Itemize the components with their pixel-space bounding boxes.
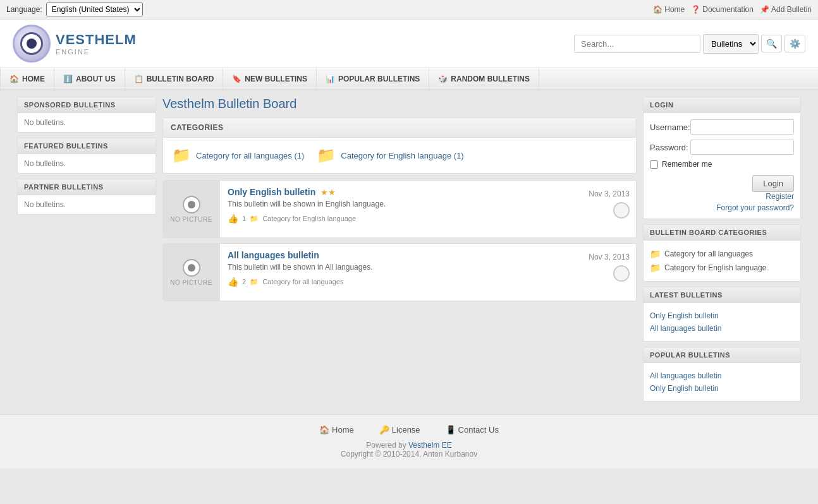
logo-text: VESTHELM ENGINE bbox=[56, 32, 137, 56]
remember-checkbox[interactable] bbox=[650, 160, 658, 169]
search-button[interactable]: 🔍 bbox=[761, 35, 782, 52]
latest-box: LATEST BULLETINS Only English bulletin A… bbox=[643, 287, 801, 342]
popular-title: POPULAR BULLETINS bbox=[644, 347, 800, 363]
password-row: Password: bbox=[650, 140, 794, 155]
bb-cat-folder-1: 📁 bbox=[650, 249, 661, 259]
header: VESTHELM ENGINE Bulletins 🔍 ⚙️ bbox=[0, 20, 818, 68]
nav-random-bulletins[interactable]: 🎲 RANDOM BULLETINS bbox=[429, 68, 539, 90]
login-button[interactable]: Login bbox=[752, 175, 794, 192]
bb-cat-folder-2: 📁 bbox=[650, 263, 661, 273]
no-picture-label-2: NO PICTURE bbox=[170, 279, 212, 286]
center-content: Vesthelm Bulletin Board CATEGORIES 📁 Cat… bbox=[162, 97, 637, 402]
categories-grid: 📁 Category for all languages (1) 📁 Categ… bbox=[163, 138, 636, 173]
username-row: Username: bbox=[650, 119, 794, 135]
categories-box: CATEGORIES 📁 Category for all languages … bbox=[162, 117, 637, 174]
featured-title: FEATURED BULLETINS bbox=[18, 138, 156, 154]
bulletin-body-2: All languages bulletin This bulletin wil… bbox=[220, 244, 573, 301]
language-select[interactable]: English (United States) bbox=[46, 3, 143, 16]
top-bar-left: Language: English (United States) bbox=[6, 3, 143, 16]
nav-about[interactable]: ℹ️ ABOUT US bbox=[54, 68, 125, 90]
register-link[interactable]: Register bbox=[766, 192, 794, 201]
thumb-up-icon-1: 👍 bbox=[228, 213, 238, 224]
search-input[interactable] bbox=[574, 35, 700, 53]
partner-box: PARTNER BULLETINS No bulletins. bbox=[17, 179, 156, 215]
logo-eye bbox=[20, 32, 43, 55]
bulletin-meta-2: 👍 2 📁 Category for all languages bbox=[228, 277, 565, 287]
nav-bulletin-board[interactable]: 📋 BULLETIN BOARD bbox=[125, 68, 224, 90]
settings-button[interactable]: ⚙️ bbox=[784, 35, 805, 52]
bulletin-title-link-2[interactable]: All languages bulletin bbox=[228, 250, 319, 260]
page-title: Vesthelm Bulletin Board bbox=[162, 97, 637, 111]
nav-board-label: BULLETIN BOARD bbox=[147, 75, 214, 83]
footer-license-link[interactable]: 🔑 License bbox=[379, 425, 420, 435]
footer-home-link[interactable]: 🏠 Home bbox=[319, 425, 354, 435]
bulletin-date-area-2: Nov 3, 2013 bbox=[573, 244, 636, 301]
bulletin-title-row-2: All languages bulletin bbox=[228, 250, 565, 260]
sponsored-title: SPONSORED BULLETINS bbox=[18, 97, 156, 113]
documentation-icon: ❓ bbox=[691, 5, 700, 14]
thumb-count-1: 1 bbox=[242, 215, 246, 222]
bulletin-item-2: NO PICTURE All languages bulletin This b… bbox=[162, 243, 637, 301]
nav-about-label: ABOUT US bbox=[76, 75, 116, 83]
category-link-1[interactable]: Category for all languages (1) bbox=[196, 151, 304, 160]
category-name-2: Category for English language bbox=[341, 151, 451, 160]
bulletin-title-link-1[interactable]: Only English bulletin bbox=[228, 187, 315, 197]
category-link-2[interactable]: Category for English language (1) bbox=[341, 151, 463, 160]
logo-pupil bbox=[27, 39, 37, 49]
bulletin-body-1: Only English bulletin ★★ This bulletin w… bbox=[220, 181, 573, 237]
footer-contact-icon: 📱 bbox=[446, 425, 456, 435]
remember-label: Remember me bbox=[662, 160, 712, 169]
nav-home-label: HOME bbox=[22, 75, 45, 83]
top-bar-right: 🏠 Home ❓ Documentation 📌 Add Bulletin bbox=[653, 5, 812, 14]
search-dropdown[interactable]: Bulletins bbox=[703, 34, 759, 54]
nav-new-bulletins[interactable]: 🔖 NEW BULLETINS bbox=[223, 68, 317, 90]
right-sidebar: LOGIN Username: Password: Remember me Lo… bbox=[643, 97, 801, 402]
thumb-pupil-1 bbox=[188, 201, 195, 208]
login-box: LOGIN Username: Password: Remember me Lo… bbox=[643, 97, 801, 219]
nav-home[interactable]: 🏠 HOME bbox=[0, 68, 54, 90]
category-item-1: 📁 Category for all languages (1) bbox=[172, 147, 304, 164]
bb-cat-link-1[interactable]: Category for all languages bbox=[664, 249, 753, 258]
popular-link-1[interactable]: All languages bulletin bbox=[650, 369, 794, 382]
latest-link-1[interactable]: Only English bulletin bbox=[650, 309, 794, 322]
password-input[interactable] bbox=[690, 140, 794, 155]
login-links: Register Forgot your password? bbox=[650, 192, 794, 212]
logo: VESTHELM ENGINE bbox=[13, 25, 137, 63]
bb-cat-link-2[interactable]: Category for English language bbox=[664, 263, 766, 272]
latest-link-2[interactable]: All languages bulletin bbox=[650, 322, 794, 335]
logo-sub: ENGINE bbox=[56, 48, 137, 56]
nav-new-label: NEW BULLETINS bbox=[245, 75, 307, 83]
bb-cat-item-1: 📁 Category for all languages bbox=[650, 247, 794, 261]
login-title: LOGIN bbox=[644, 97, 800, 113]
rating-circle-1 bbox=[613, 202, 630, 219]
nav-new-icon: 🔖 bbox=[232, 75, 241, 83]
bb-cat-item-2: 📁 Category for English language bbox=[650, 261, 794, 275]
top-documentation-link[interactable]: ❓ Documentation bbox=[691, 5, 754, 14]
username-input[interactable] bbox=[690, 119, 794, 135]
rating-circle-2 bbox=[613, 265, 630, 282]
main-nav: 🏠 HOME ℹ️ ABOUT US 📋 BULLETIN BOARD 🔖 NE… bbox=[0, 68, 818, 90]
footer-contact-link[interactable]: 📱 Contact Us bbox=[446, 425, 499, 435]
top-home-link[interactable]: 🏠 Home bbox=[653, 5, 685, 14]
top-bar: Language: English (United States) 🏠 Home… bbox=[0, 0, 818, 20]
sponsored-box: SPONSORED BULLETINS No bulletins. bbox=[17, 97, 156, 133]
add-bulletin-icon: 📌 bbox=[760, 5, 769, 14]
bulletin-stars-1: ★★ bbox=[320, 188, 336, 197]
popular-link-2[interactable]: Only English bulletin bbox=[650, 382, 794, 395]
thumb-eye-1 bbox=[183, 196, 200, 213]
nav-popular-bulletins[interactable]: 📊 POPULAR BULLETINS bbox=[317, 68, 429, 90]
folder-meta-icon-2: 📁 bbox=[250, 278, 259, 286]
top-add-bulletin-link[interactable]: 📌 Add Bulletin bbox=[760, 5, 812, 14]
category-count-2: (1) bbox=[454, 151, 464, 160]
password-label: Password: bbox=[650, 143, 690, 152]
category-count-1: (1) bbox=[294, 151, 304, 160]
partner-title: PARTNER BULLETINS bbox=[18, 179, 156, 195]
logo-icon bbox=[13, 25, 51, 63]
thumb-eye-2 bbox=[183, 259, 200, 277]
folder-icon-2: 📁 bbox=[317, 147, 336, 164]
home-icon: 🏠 bbox=[653, 5, 662, 14]
main-wrapper: SPONSORED BULLETINS No bulletins. FEATUR… bbox=[11, 97, 807, 402]
forgot-password-link[interactable]: Forgot your password? bbox=[716, 203, 794, 212]
powered-link[interactable]: Vesthelm EE bbox=[408, 441, 452, 450]
categories-header: CATEGORIES bbox=[163, 118, 636, 138]
